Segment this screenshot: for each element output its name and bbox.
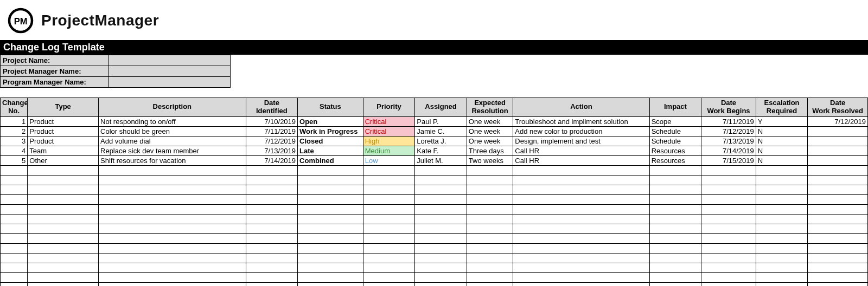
meta-value[interactable] (108, 55, 230, 66)
cell-no[interactable]: 2 (1, 126, 28, 136)
cell-no[interactable] (1, 233, 28, 243)
cell-date_work_begins[interactable] (701, 233, 756, 243)
cell-status[interactable]: Work in Progress (298, 126, 363, 136)
cell-status[interactable] (298, 194, 363, 204)
cell-date_identified[interactable]: 7/11/2019 (246, 126, 298, 136)
cell-status[interactable] (298, 263, 363, 272)
cell-priority[interactable] (363, 253, 415, 263)
cell-escalation_required[interactable]: Y (756, 116, 808, 126)
cell-expected_resolution[interactable] (467, 185, 513, 194)
cell-description[interactable]: Add volume dial (99, 136, 246, 146)
cell-priority[interactable] (363, 194, 415, 204)
cell-no[interactable] (1, 282, 28, 286)
cell-escalation_required[interactable] (756, 194, 808, 204)
cell-priority[interactable] (363, 282, 415, 286)
cell-escalation_required[interactable] (756, 282, 808, 286)
cell-description[interactable]: Not responding to on/off (99, 116, 246, 126)
cell-type[interactable] (28, 282, 99, 286)
cell-type[interactable] (28, 214, 99, 224)
cell-date_work_resolved[interactable] (808, 214, 868, 224)
cell-expected_resolution[interactable] (467, 214, 513, 224)
cell-no[interactable] (1, 194, 28, 204)
cell-escalation_required[interactable] (756, 185, 808, 194)
cell-no[interactable] (1, 243, 28, 253)
cell-date_identified[interactable] (246, 282, 298, 286)
cell-priority[interactable] (363, 224, 415, 233)
cell-action[interactable] (513, 253, 649, 263)
cell-status[interactable] (298, 175, 363, 185)
cell-expected_resolution[interactable]: Two weeks (467, 155, 513, 165)
cell-description[interactable] (99, 204, 246, 214)
cell-no[interactable]: 4 (1, 146, 28, 155)
cell-no[interactable]: 1 (1, 116, 28, 126)
cell-date_work_begins[interactable]: 7/11/2019 (701, 116, 756, 126)
cell-action[interactable] (513, 282, 649, 286)
cell-action[interactable]: Design, implement and test (513, 136, 649, 146)
cell-status[interactable] (298, 224, 363, 233)
cell-expected_resolution[interactable] (467, 253, 513, 263)
cell-status[interactable] (298, 243, 363, 253)
cell-status[interactable]: Closed (298, 136, 363, 146)
cell-impact[interactable] (649, 194, 701, 204)
cell-action[interactable] (513, 224, 649, 233)
cell-type[interactable]: Product (28, 136, 99, 146)
cell-action[interactable]: Call HR (513, 146, 649, 155)
cell-no[interactable] (1, 263, 28, 272)
cell-action[interactable] (513, 165, 649, 175)
cell-action[interactable] (513, 272, 649, 282)
cell-date_work_resolved[interactable] (808, 282, 868, 286)
cell-priority[interactable] (363, 272, 415, 282)
cell-priority[interactable]: High (363, 136, 415, 146)
cell-action[interactable] (513, 233, 649, 243)
cell-expected_resolution[interactable] (467, 165, 513, 175)
cell-impact[interactable]: Scope (649, 116, 701, 126)
cell-assigned[interactable] (415, 175, 467, 185)
cell-description[interactable] (99, 233, 246, 243)
cell-type[interactable] (28, 253, 99, 263)
cell-priority[interactable]: Medium (363, 146, 415, 155)
cell-expected_resolution[interactable] (467, 224, 513, 233)
cell-date_work_begins[interactable]: 7/12/2019 (701, 126, 756, 136)
cell-escalation_required[interactable] (756, 204, 808, 214)
cell-date_identified[interactable] (246, 204, 298, 214)
cell-type[interactable]: Team (28, 146, 99, 155)
cell-impact[interactable]: Resources (649, 155, 701, 165)
cell-status[interactable] (298, 272, 363, 282)
cell-date_work_begins[interactable] (701, 165, 756, 175)
cell-description[interactable]: Replace sick dev team member (99, 146, 246, 155)
cell-expected_resolution[interactable]: One week (467, 136, 513, 146)
cell-date_work_resolved[interactable] (808, 146, 868, 155)
cell-date_work_resolved[interactable] (808, 136, 868, 146)
cell-action[interactable] (513, 214, 649, 224)
cell-type[interactable] (28, 272, 99, 282)
cell-date_identified[interactable]: 7/13/2019 (246, 146, 298, 155)
cell-date_work_resolved[interactable] (808, 155, 868, 165)
cell-escalation_required[interactable] (756, 224, 808, 233)
cell-impact[interactable] (649, 214, 701, 224)
cell-assigned[interactable] (415, 243, 467, 253)
cell-date_work_resolved[interactable] (808, 185, 868, 194)
cell-no[interactable] (1, 204, 28, 214)
cell-no[interactable] (1, 165, 28, 175)
cell-description[interactable] (99, 282, 246, 286)
cell-date_work_resolved[interactable] (808, 126, 868, 136)
cell-impact[interactable] (649, 282, 701, 286)
cell-description[interactable] (99, 165, 246, 175)
cell-impact[interactable] (649, 253, 701, 263)
cell-type[interactable]: Product (28, 126, 99, 136)
cell-impact[interactable]: Resources (649, 146, 701, 155)
cell-description[interactable] (99, 194, 246, 204)
cell-impact[interactable] (649, 175, 701, 185)
cell-escalation_required[interactable]: N (756, 155, 808, 165)
cell-date_identified[interactable] (246, 175, 298, 185)
cell-date_work_resolved[interactable]: 7/12/2019 (808, 116, 868, 126)
cell-description[interactable]: Shift resources for vacation (99, 155, 246, 165)
cell-type[interactable]: Product (28, 116, 99, 126)
cell-date_identified[interactable]: 7/14/2019 (246, 155, 298, 165)
cell-date_identified[interactable] (246, 185, 298, 194)
cell-date_work_begins[interactable] (701, 253, 756, 263)
cell-escalation_required[interactable] (756, 243, 808, 253)
cell-type[interactable] (28, 194, 99, 204)
cell-action[interactable] (513, 263, 649, 272)
cell-date_work_begins[interactable]: 7/15/2019 (701, 155, 756, 165)
